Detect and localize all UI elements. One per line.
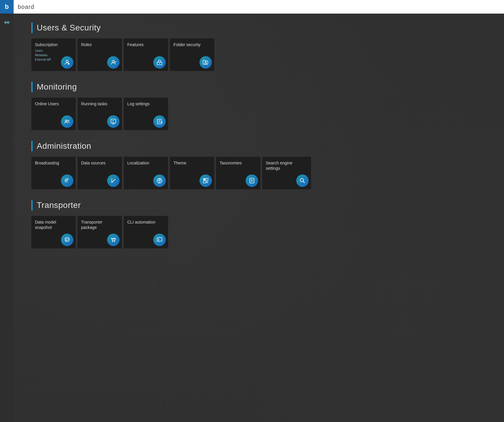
section-title-transporter: Transporter <box>31 200 492 211</box>
svg-text:LOG: LOG <box>160 122 163 123</box>
localization-icon-wrap: A文 <box>153 174 166 187</box>
card-subtitle-users: Users <box>35 48 72 53</box>
svg-point-37 <box>114 241 115 242</box>
sidebar-settings-icon[interactable] <box>2 18 12 27</box>
data-model-icon <box>64 237 70 243</box>
svg-rect-26 <box>203 181 205 183</box>
cards-row-users-security: Subscription Users Metadata External IdP <box>31 38 492 71</box>
sidebar <box>0 14 14 422</box>
cli-automation-icon <box>156 237 163 243</box>
card-transporter-package[interactable]: Transporter package <box>78 216 122 248</box>
section-title-users-security: Users & Security <box>31 22 492 33</box>
cli-automation-icon-wrap <box>153 234 166 246</box>
card-cli-automation[interactable]: CLI automation <box>124 216 168 248</box>
card-roles[interactable]: Roles <box>78 38 122 71</box>
card-title-running-tasks: Running tasks <box>81 101 118 106</box>
roles-icon-wrap <box>107 56 120 69</box>
roles-icon <box>110 59 117 66</box>
section-heading-transporter: Transporter <box>37 201 81 210</box>
broadcasting-icon-wrap <box>61 174 73 187</box>
section-users-security: Users & Security Subscription Users Meta… <box>31 22 492 71</box>
subscription-icon <box>64 59 70 66</box>
taxonomies-icon-wrap <box>246 174 258 187</box>
brand-name: board <box>18 4 34 10</box>
svg-point-20 <box>67 180 68 181</box>
card-title-theme: Theme <box>173 160 211 166</box>
subscription-icon-wrap <box>61 56 73 69</box>
search-engine-icon-wrap <box>296 174 309 187</box>
svg-point-36 <box>112 241 113 242</box>
svg-point-11 <box>67 120 69 122</box>
theme-icon-wrap <box>199 174 212 187</box>
logo-letter: b <box>5 3 9 11</box>
section-title-bar-admin <box>31 141 33 151</box>
svg-rect-9 <box>205 62 207 64</box>
transporter-package-icon-wrap <box>107 234 120 246</box>
card-search-engine-settings[interactable]: Search engine settings <box>262 157 311 189</box>
features-icon <box>156 59 163 66</box>
online-users-icon-wrap <box>61 115 73 128</box>
card-data-model-snapshot[interactable]: Data model snapshot <box>31 216 76 248</box>
svg-point-32 <box>300 179 304 182</box>
taxonomies-icon <box>249 177 255 184</box>
card-title-data-sources: Data sources <box>81 160 118 166</box>
cards-row-monitoring: Online Users Running tasks <box>31 98 492 130</box>
card-subscription[interactable]: Subscription Users Metadata External IdP <box>31 38 76 71</box>
running-tasks-icon <box>110 118 117 125</box>
card-features[interactable]: Features <box>124 38 168 71</box>
transporter-package-icon <box>110 237 117 243</box>
card-title-log-settings: Log settings <box>127 101 165 106</box>
card-title-localization: Localization <box>127 160 165 166</box>
card-online-users[interactable]: Online Users <box>31 98 76 130</box>
svg-point-10 <box>65 120 67 122</box>
svg-point-8 <box>159 63 160 64</box>
data-sources-icon <box>110 177 117 184</box>
header-logo: b <box>0 0 14 14</box>
card-title-broadcasting: Broadcasting <box>35 160 72 166</box>
card-broadcasting[interactable]: Broadcasting <box>31 157 76 189</box>
header: b board <box>0 0 504 14</box>
section-administration: Administration Broadcasting Data sources <box>31 141 492 189</box>
svg-point-0 <box>5 22 7 23</box>
svg-rect-27 <box>206 181 208 183</box>
features-icon-wrap <box>153 56 166 69</box>
localization-icon: A文 <box>156 177 163 184</box>
section-monitoring: Monitoring Online Users Running tasks <box>31 82 492 130</box>
svg-text:A文: A文 <box>158 179 161 180</box>
card-title-folder-security: Folder security <box>173 42 211 47</box>
broadcasting-icon <box>64 177 70 184</box>
data-sources-icon-wrap <box>107 174 120 187</box>
svg-point-3 <box>66 60 68 62</box>
log-settings-icon: LOG <box>156 118 163 125</box>
card-title-online-users: Online Users <box>35 101 72 106</box>
svg-rect-24 <box>203 178 205 180</box>
card-title-taxonomies: Taxonomies <box>220 160 257 166</box>
card-title-search-engine-settings: Search engine settings <box>266 160 307 171</box>
log-settings-icon-wrap: LOG <box>153 115 166 128</box>
section-title-bar-transporter <box>31 200 33 211</box>
card-taxonomies[interactable]: Taxonomies <box>216 157 260 189</box>
svg-point-6 <box>112 60 114 62</box>
card-title-data-model-snapshot: Data model snapshot <box>35 219 72 230</box>
svg-point-35 <box>68 240 70 242</box>
card-localization[interactable]: Localization A文 <box>124 157 168 189</box>
section-title-bar-monitoring <box>31 82 33 92</box>
card-title-transporter-package: Transporter package <box>81 219 118 230</box>
main-content: Users & Security Subscription Users Meta… <box>14 14 504 422</box>
card-log-settings[interactable]: Log settings LOG <box>124 98 168 130</box>
card-running-tasks[interactable]: Running tasks <box>78 98 122 130</box>
svg-line-38 <box>112 238 114 240</box>
section-heading-administration: Administration <box>37 141 91 151</box>
section-heading-monitoring: Monitoring <box>37 82 77 92</box>
svg-line-33 <box>303 182 305 183</box>
card-title-cli-automation: CLI automation <box>127 219 165 225</box>
card-theme[interactable]: Theme <box>170 157 214 189</box>
section-title-monitoring: Monitoring <box>31 82 492 92</box>
cards-row-transporter: Data model snapshot Transporter package <box>31 216 492 248</box>
theme-icon <box>202 177 209 184</box>
card-data-sources[interactable]: Data sources <box>78 157 122 189</box>
card-title-roles: Roles <box>81 42 118 47</box>
section-title-bar <box>31 22 33 33</box>
card-title-subscription: Subscription <box>35 42 72 47</box>
card-folder-security[interactable]: Folder security <box>170 38 214 71</box>
